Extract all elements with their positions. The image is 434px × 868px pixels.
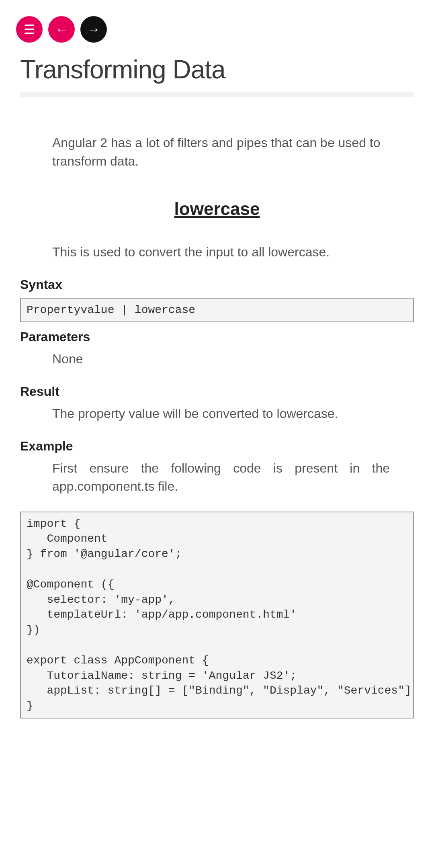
intro-text: Angular 2 has a lot of filters and pipes… xyxy=(52,133,390,171)
section-heading-lowercase: lowercase xyxy=(20,199,414,219)
title-rule xyxy=(20,92,414,97)
example-code: import { Component } from '@angular/core… xyxy=(20,512,414,719)
parameters-text: None xyxy=(52,350,390,368)
result-label: Result xyxy=(20,384,414,399)
syntax-label: Syntax xyxy=(20,277,414,292)
example-text: First ensure the following code is prese… xyxy=(52,459,390,495)
arrow-right-icon: → xyxy=(87,22,100,37)
page-title: Transforming Data xyxy=(20,55,414,84)
example-label: Example xyxy=(20,439,414,454)
menu-button[interactable]: ☰ xyxy=(16,16,43,43)
content: Angular 2 has a lot of filters and pipes… xyxy=(0,133,434,719)
nav-row: ☰ ← → xyxy=(0,0,434,43)
prev-button[interactable]: ← xyxy=(48,16,75,43)
menu-icon: ☰ xyxy=(24,22,35,37)
section-desc: This is used to convert the input to all… xyxy=(52,243,390,261)
syntax-code: Propertyvalue | lowercase xyxy=(20,298,414,323)
next-button[interactable]: → xyxy=(80,16,107,43)
arrow-left-icon: ← xyxy=(55,22,68,37)
result-text: The property value will be converted to … xyxy=(52,405,390,423)
parameters-label: Parameters xyxy=(20,330,414,344)
